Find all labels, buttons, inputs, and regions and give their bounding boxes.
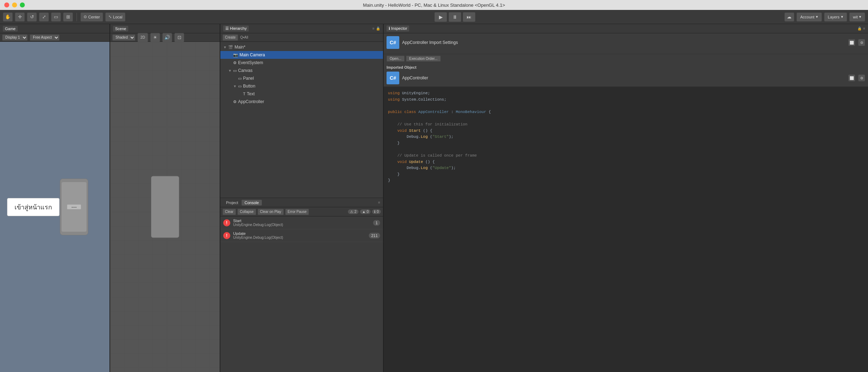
code-line-12: void Update () { [388,159,864,165]
appcontroller-icon: ⚙ [233,100,237,104]
hierarchy-tab-bar: ☰ Hierarchy ≡ 🔒 [220,24,383,33]
hierarchy-lock-icon[interactable]: 🔒 [376,27,380,30]
account-dropdown[interactable]: Account ▾ [796,12,822,22]
close-button[interactable] [4,2,9,7]
imported-object-section: Imported Object C# AppController ⬜ ⚙ [384,63,868,87]
cloud-button[interactable]: ☁ [784,12,794,22]
console-badges: ⚠ 2 ▲ 0 ℹ 0 [348,209,381,214]
hierarchy-controls: Create Q•All [220,33,383,42]
canvas-icon: ▭ [233,68,237,73]
rect-tool-button[interactable]: ▭ [51,12,61,22]
code-line-11: // Update is called once per frame [388,153,864,159]
layers-dropdown[interactable]: Layers ▾ [824,12,847,22]
inspector-panel: ℹ Inspector 🔒 ≡ C# AppController Import … [384,24,868,372]
imported-gear-icon[interactable]: ⚙ [858,74,865,81]
rotate-tool-button[interactable]: ↺ [27,12,37,22]
phone-screen: •••••• [62,182,86,232]
phone-button-preview: •••••• [67,204,81,209]
hierarchy-item-label: Button [243,84,255,89]
warning-badge-icon: ▲ [362,210,366,214]
console-item-title: Update [233,231,366,236]
hierarchy-item-button[interactable]: ▼ ▭ Button [220,82,383,90]
window-controls[interactable] [4,2,25,7]
inspector-options-icon[interactable]: ≡ [863,27,865,30]
scene-gizmo-icon[interactable]: ⊡ [174,33,184,42]
center-button[interactable]: ⊙ Center [80,12,103,22]
shade-select[interactable]: Shaded [112,34,135,41]
transform-tool-button[interactable]: ⊞ [63,12,73,22]
game-view: เข้าสู่หน้าแรก •••••• [0,42,109,372]
scene-tab[interactable]: Scene [113,26,128,32]
game-thai-button[interactable]: เข้าสู่หน้าแรก [7,198,60,216]
console-item-update[interactable]: ! Update UnityEngine.Debug:Log(Object) 2… [220,229,383,242]
collapse-button[interactable]: Collapse [237,209,256,215]
inspector-view-icon[interactable]: ⬜ [848,39,855,46]
display-select[interactable]: Display 1 [2,34,28,41]
scene-light-icon[interactable]: ☀ [150,33,160,42]
hierarchy-item-label: EventSystem [238,60,263,65]
hierarchy-item-label: Text [247,91,255,96]
imported-view-icon[interactable]: ⬜ [848,74,855,81]
wit-dropdown[interactable]: wit ▾ [849,12,865,22]
hierarchy-item-canvas[interactable]: ▼ ▭ Canvas [220,67,383,74]
play-button[interactable]: ▶ [434,12,447,22]
inspector-gear-icon[interactable]: ⚙ [858,39,865,46]
error-pause-button[interactable]: Error Pause [285,209,309,215]
move-tool-button[interactable]: ✛ [15,12,25,22]
hierarchy-options-icon[interactable]: ≡ [372,27,374,30]
code-line-13: Debug.Log ("Update"); [388,165,864,171]
project-tab[interactable]: Project [223,200,241,205]
inspector-lock-icon[interactable]: 🔒 [857,27,862,30]
info-badge: ℹ 0 [372,209,381,214]
hierarchy-item-label: Main* [235,45,246,50]
error-badge-icon: ⚠ [350,210,353,214]
code-line-15: } [388,177,864,184]
hierarchy-item-maincamera[interactable]: 📷 Main Camera [220,51,383,59]
bottom-panel: Project Console ≡ Clear Collapse Clear o… [220,198,383,372]
open-button[interactable]: Open... [387,56,405,62]
chevron-down-icon: ▾ [859,15,861,19]
code-line-2: using System.Collections; [388,97,864,103]
console-toolbar: Clear Collapse Clear on Play Error Pause… [220,207,383,216]
scale-tool-button[interactable]: ⤢ [39,12,49,22]
code-line-3 [388,103,864,109]
pause-button[interactable]: ⏸ [449,12,461,22]
create-button[interactable]: Create [222,34,238,41]
hierarchy-item-text[interactable]: T Text [220,90,383,98]
console-error-icon: ! [223,219,230,226]
bottom-tab-bar: Project Console ≡ [220,198,383,207]
hierarchy-item-panel[interactable]: ▭ Panel [220,74,383,82]
imported-section-label: Imported Object [387,65,865,69]
info-badge-icon: ℹ [374,210,376,214]
aspect-select[interactable]: Free Aspect [30,34,60,41]
inspector-tab[interactable]: ℹ Inspector [387,26,409,32]
hierarchy-tab-actions: ≡ 🔒 [372,27,380,30]
code-line-7: void Start () { [388,128,864,134]
hand-tool-button[interactable]: ✋ [3,12,13,22]
hierarchy-item-eventsystem[interactable]: ⚙ EventSystem [220,59,383,67]
code-line-6: // Use this for initialization [388,122,864,128]
step-button[interactable]: ⏭ [463,12,475,22]
game-tab[interactable]: Game [3,26,18,32]
clear-on-play-button[interactable]: Clear on Play [258,209,284,215]
hierarchy-tab[interactable]: ☰ Hierarchy [223,26,249,32]
hierarchy-item-main[interactable]: ▼ 🎬 Main* [220,43,383,51]
game-tab-bar: Game [0,24,109,33]
execution-order-button[interactable]: Execution Order... [406,56,441,62]
maximize-button[interactable] [20,2,25,7]
hierarchy-item-appcontroller[interactable]: ⚙ AppController [220,98,383,106]
console-item-start[interactable]: ! Start UnityEngine.Debug:Log(Object) 1 [220,216,383,229]
scene-grid [110,42,220,372]
local-button[interactable]: ⤡ Local [105,12,125,22]
2d-toggle[interactable]: 2D [137,33,148,42]
scene-audio-icon[interactable]: 🔊 [162,33,172,42]
bottom-options-icon[interactable]: ≡ [378,201,380,204]
inspector-title-row: C# AppController Import Settings ⬜ ⚙ [387,36,865,49]
minimize-button[interactable] [12,2,17,7]
expand-arrow: ▼ [228,69,233,73]
inspector-tab-bar: ℹ Inspector 🔒 ≡ [384,24,868,33]
clear-button[interactable]: Clear [222,209,236,215]
playback-controls: ▶ ⏸ ⏭ [128,12,782,22]
console-tab[interactable]: Console [242,200,261,205]
imported-object-name: AppController [402,75,845,80]
